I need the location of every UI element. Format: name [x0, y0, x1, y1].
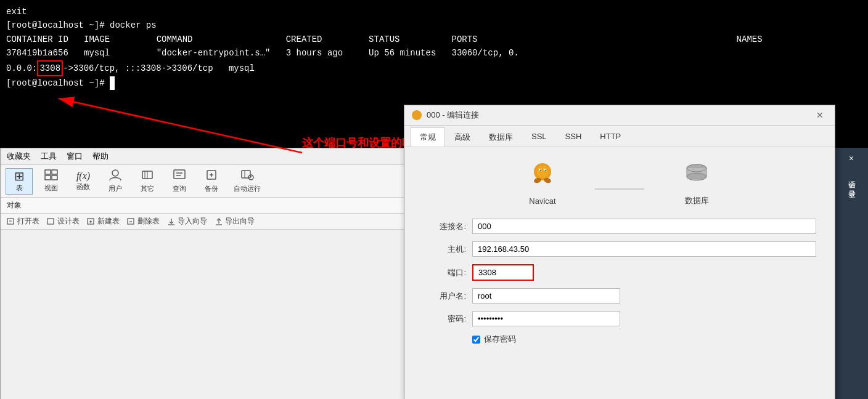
toolbar-query[interactable]: 查询 [166, 167, 193, 195]
connection-name-label: 连接名: [423, 221, 466, 232]
svg-rect-21 [47, 219, 54, 224]
save-password-row: 保存密码 [423, 334, 816, 345]
dialog-title-text: 000 - 编辑连接 [427, 110, 479, 121]
export-icon [215, 217, 223, 226]
port-input[interactable] [472, 264, 534, 281]
navicat-menubar: 收藏夹 工具 窗口 帮助 [1, 148, 406, 165]
design-icon [47, 217, 55, 226]
connection-line [595, 188, 644, 190]
svg-rect-3 [45, 170, 51, 174]
svg-rect-11 [174, 170, 185, 179]
toolbar-table-label: 表 [16, 183, 23, 193]
dialog-close-button[interactable]: ✕ [813, 109, 827, 121]
svg-point-39 [687, 173, 706, 180]
toolbar-user-label: 用户 [108, 184, 122, 193]
navicat-logo-icon [527, 161, 558, 191]
session-btn[interactable]: 会话 [844, 170, 859, 180]
username-label: 用户名: [423, 291, 466, 302]
tab-database[interactable]: 数据库 [480, 127, 522, 147]
toolbar-backup-label: 备份 [205, 184, 218, 193]
toolbar-view-label: 视图 [44, 183, 58, 193]
svg-point-35 [540, 169, 541, 171]
navicat-toolbar: ⊞ 表 视图 f(x) 函数 用户 其它 [1, 165, 406, 198]
tab-general[interactable]: 常规 [411, 127, 445, 147]
svg-rect-5 [45, 175, 51, 180]
delete-table-btn[interactable]: 删除表 [127, 216, 160, 227]
toolbar-autorun[interactable]: 自动运行 [230, 167, 264, 195]
navicat-conn-icon: Navicat [527, 161, 558, 206]
toolbar-view[interactable]: 视图 [38, 168, 65, 194]
terminal-line-row: 378419b1a656 mysql "docker-entrypoint.s…… [6, 46, 862, 76]
database-conn-icon: 数据库 [681, 159, 712, 206]
connection-name-input[interactable] [472, 219, 816, 234]
toolbar-autorun-label: 自动运行 [234, 184, 261, 193]
login-btn[interactable]: 登录 [844, 180, 859, 190]
new-icon [87, 217, 96, 226]
tab-http[interactable]: HTTP [591, 127, 630, 147]
username-input[interactable] [472, 288, 620, 304]
save-password-checkbox[interactable] [472, 336, 480, 344]
terminal-line-docker-ps: [root@localhost ~]# docker ps [6, 18, 862, 32]
dialog-form: 连接名: 主机: 端口: 用户名: 密码: 保存密码 [404, 219, 835, 345]
navicat-conn-label: Navicat [529, 196, 555, 206]
menu-window[interactable]: 窗口 [67, 151, 83, 162]
navicat-objbar: 打开表 设计表 新建表 删除表 导入向导 导出向导 [1, 214, 406, 230]
tab-advanced[interactable]: 高级 [445, 127, 480, 147]
import-btn[interactable]: 导入向导 [167, 216, 207, 227]
export-btn[interactable]: 导出向导 [215, 216, 255, 227]
toolbar-function[interactable]: f(x) 函数 [70, 170, 97, 193]
toolbar-query-label: 查询 [173, 184, 186, 193]
import-icon [167, 217, 176, 226]
password-row: 密码: [423, 311, 816, 326]
toolbar-function-label: 函数 [76, 182, 90, 191]
password-input[interactable] [472, 311, 620, 326]
terminal-line-prompt[interactable]: [root@localhost ~]# [6, 76, 862, 90]
port-highlight: 3308 [37, 60, 63, 76]
svg-point-30 [536, 166, 549, 178]
menu-help[interactable]: 帮助 [92, 151, 108, 162]
save-password-label: 保存密码 [484, 334, 516, 345]
menu-favorites[interactable]: 收藏夹 [7, 151, 31, 162]
port-row: 端口: [423, 264, 816, 281]
dialog-title-left: 000 - 编辑连接 [412, 110, 479, 121]
svg-rect-17 [242, 171, 250, 178]
dialog-titlebar: 000 - 编辑连接 ✕ [404, 105, 835, 126]
svg-rect-4 [52, 170, 57, 174]
svg-rect-6 [52, 175, 57, 180]
user-icon [108, 169, 122, 183]
svg-point-18 [248, 175, 253, 180]
username-row: 用户名: [423, 288, 816, 304]
view-icon [44, 169, 58, 182]
edit-connection-dialog: 000 - 编辑连接 ✕ 常规 高级 数据库 SSL SSH HTTP Navi… [404, 105, 835, 399]
dialog-tabs: 常规 高级 数据库 SSL SSH HTTP [404, 126, 835, 147]
backup-icon [205, 169, 218, 183]
design-table-btn[interactable]: 设计表 [47, 216, 80, 227]
host-input[interactable] [472, 241, 816, 257]
open-icon [7, 217, 15, 226]
new-table-btn[interactable]: 新建表 [87, 216, 120, 227]
toolbar-backup[interactable]: 备份 [198, 167, 225, 195]
toolbar-other[interactable]: 其它 [134, 167, 161, 195]
terminal-line-header: CONTAINER ID IMAGE COMMAND CREATED STATU… [6, 33, 862, 46]
connection-name-row: 连接名: [423, 219, 816, 234]
svg-point-7 [112, 170, 118, 176]
database-icon [681, 159, 712, 190]
port-label: 端口: [423, 267, 466, 278]
table-icon: ⊞ [14, 170, 25, 182]
menu-tools[interactable]: 工具 [41, 151, 57, 162]
svg-point-36 [545, 169, 546, 171]
database-conn-label: 数据库 [685, 195, 709, 206]
autorun-icon [240, 169, 254, 183]
object-panel-label: 对象 [1, 198, 406, 214]
other-icon [141, 169, 154, 183]
tab-ssh[interactable]: SSH [556, 127, 591, 147]
open-table-btn[interactable]: 打开表 [7, 216, 39, 227]
right-panel-close[interactable]: × [849, 154, 854, 164]
toolbar-table[interactable]: ⊞ 表 [6, 168, 33, 195]
host-label: 主机: [423, 244, 466, 255]
query-icon [173, 169, 186, 183]
toolbar-user[interactable]: 用户 [102, 167, 129, 195]
tab-ssl[interactable]: SSL [522, 127, 556, 147]
function-icon: f(x) [76, 171, 90, 181]
dialog-icon-area: Navicat 数据库 [404, 147, 835, 219]
